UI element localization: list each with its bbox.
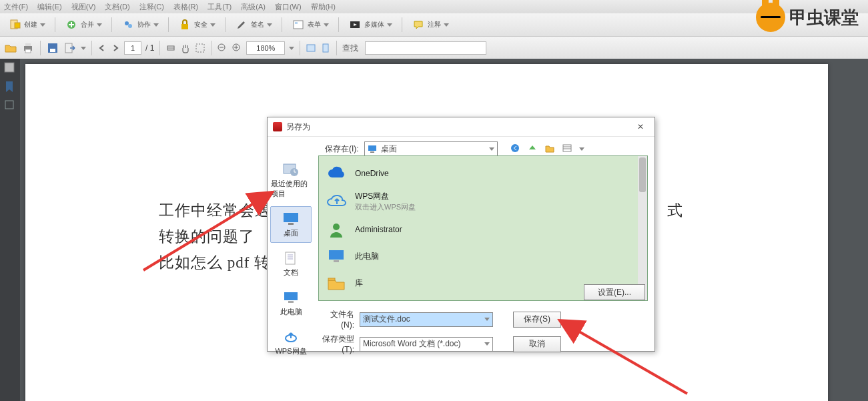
svg-point-4 [128, 24, 132, 28]
library-icon [326, 274, 347, 292]
sidebar-item-desktop[interactable]: 桌面 [270, 206, 312, 243]
save-icon[interactable] [46, 41, 59, 55]
save-as-dialog: 另存为 ✕ 保存在(I): 桌面 最近使用的项目 [267, 117, 655, 352]
svg-rect-5 [181, 24, 188, 29]
svg-rect-22 [5, 101, 13, 109]
menu-view[interactable]: 视图(V) [71, 2, 96, 12]
zoom-in-icon[interactable] [232, 43, 242, 53]
filetype-select[interactable]: Microsoft Word 文档 (*.doc) [360, 337, 493, 352]
form-button[interactable]: 表单 [288, 17, 333, 33]
open-icon[interactable] [4, 41, 17, 55]
search-label: 查找 [342, 43, 358, 54]
svg-rect-35 [329, 250, 344, 260]
sidebar-item-documents[interactable]: 文档 [270, 246, 312, 282]
svg-rect-29 [284, 213, 298, 222]
svg-rect-37 [328, 278, 335, 280]
print-icon[interactable] [21, 41, 35, 55]
menu-tool[interactable]: 工具(T) [207, 2, 232, 12]
sidebar-item-computer[interactable]: 此电脑 [270, 285, 312, 322]
export-icon[interactable] [63, 41, 77, 55]
page-input[interactable]: 1 [124, 41, 141, 55]
hand-tool-icon[interactable] [180, 43, 191, 53]
back-icon[interactable] [510, 143, 522, 155]
merge-icon [65, 18, 78, 31]
list-item[interactable]: OneDrive [323, 160, 643, 187]
create-icon [8, 18, 21, 31]
sidebar-item-recent[interactable]: 最近使用的项目 [270, 157, 312, 204]
filename-input[interactable]: 测试文件.doc [360, 312, 493, 327]
svg-rect-31 [286, 252, 295, 264]
menu-comment[interactable]: 注释(C) [139, 2, 164, 12]
thumbnails-icon[interactable] [3, 61, 17, 75]
menu-edit[interactable]: 编辑(E) [37, 2, 62, 12]
brand-name: 甲虫课堂 [789, 6, 859, 29]
file-list[interactable]: OneDrive WPS网盘双击进入WPS网盘 Administrator [318, 155, 648, 301]
view-icon[interactable] [562, 143, 574, 155]
svg-point-25 [511, 144, 519, 152]
svg-rect-26 [563, 145, 571, 151]
export-drop-icon[interactable] [81, 47, 86, 50]
settings-button[interactable]: 设置(E)... [584, 284, 645, 300]
marquee-icon[interactable] [195, 43, 205, 53]
sign-button[interactable]: 签名 [231, 17, 276, 33]
media-button[interactable]: 多媒体 [344, 17, 396, 33]
doc-line1: 工作中经常会遇 [159, 202, 271, 219]
attachments-icon[interactable] [3, 99, 17, 112]
menu-table[interactable]: 表格(R) [173, 2, 198, 12]
select-tool-icon[interactable] [165, 43, 176, 53]
lock-icon [178, 18, 191, 31]
prev-page-icon[interactable] [97, 43, 107, 53]
fit-page-icon[interactable] [320, 43, 331, 53]
filetype-label: 保存类型(T): [318, 334, 354, 354]
bookmarks-icon[interactable] [3, 80, 17, 93]
file-list-scrollbar[interactable] [638, 156, 647, 300]
next-page-icon[interactable] [111, 43, 120, 53]
collab-icon [121, 18, 135, 31]
dialog-close-button[interactable]: ✕ [632, 121, 649, 133]
fit-width-icon[interactable] [306, 43, 316, 53]
desktop-icon [368, 144, 377, 153]
create-button[interactable]: 创建 [4, 17, 49, 33]
list-item[interactable]: 此电脑 [323, 243, 643, 270]
svg-rect-21 [5, 63, 14, 72]
computer-icon [326, 247, 347, 266]
svg-point-3 [125, 21, 129, 25]
sidebar-item-wps[interactable]: WPS网盘 [270, 324, 312, 361]
save-in-combo[interactable]: 桌面 [364, 141, 498, 156]
merge-button[interactable]: 合并 [61, 17, 106, 33]
zoom-level[interactable]: 180% [246, 41, 285, 55]
menu-bar: 文件(F) 编辑(E) 视图(V) 文档(D) 注释(C) 表格(R) 工具(T… [0, 0, 868, 13]
page-total: / 1 [145, 43, 154, 53]
menu-adv[interactable]: 高级(A) [241, 2, 266, 12]
svg-rect-24 [370, 151, 374, 153]
toolbar-view: 1 / 1 180% 查找 [0, 37, 868, 60]
new-folder-icon[interactable] [544, 143, 556, 155]
search-input[interactable] [365, 41, 486, 55]
save-button[interactable]: 保存(S) [513, 312, 561, 328]
svg-rect-11 [25, 49, 31, 53]
list-item[interactable]: Administrator [323, 216, 643, 243]
menu-doc[interactable]: 文档(D) [105, 2, 129, 12]
cancel-button[interactable]: 取消 [513, 336, 561, 352]
up-icon[interactable] [527, 143, 539, 155]
pdf-icon [273, 122, 282, 131]
svg-rect-13 [50, 49, 55, 52]
collab-button[interactable]: 协作 [117, 17, 163, 33]
dialog-places-bar: 最近使用的项目 桌面 文档 此电脑 WPS网盘 [268, 137, 314, 352]
svg-point-34 [333, 224, 340, 230]
menu-help[interactable]: 帮助(H) [311, 2, 336, 12]
secure-button[interactable]: 安全 [174, 17, 220, 33]
toolbar-main: 创建 合并 协作 安全 签名 表单 多媒体 [0, 13, 868, 37]
svg-rect-33 [288, 301, 294, 303]
menu-file[interactable]: 文件(F) [4, 2, 28, 12]
side-panel [0, 59, 20, 401]
view-drop-icon[interactable] [579, 147, 584, 151]
annotate-button[interactable]: 注释 [408, 17, 453, 33]
svg-rect-1 [15, 23, 20, 28]
list-item[interactable]: WPS网盘双击进入WPS网盘 [323, 187, 643, 216]
menu-win[interactable]: 窗口(W) [275, 2, 302, 12]
svg-rect-20 [323, 44, 328, 52]
zoom-out-icon[interactable] [217, 43, 228, 53]
svg-rect-23 [368, 145, 376, 151]
user-icon [326, 220, 347, 239]
